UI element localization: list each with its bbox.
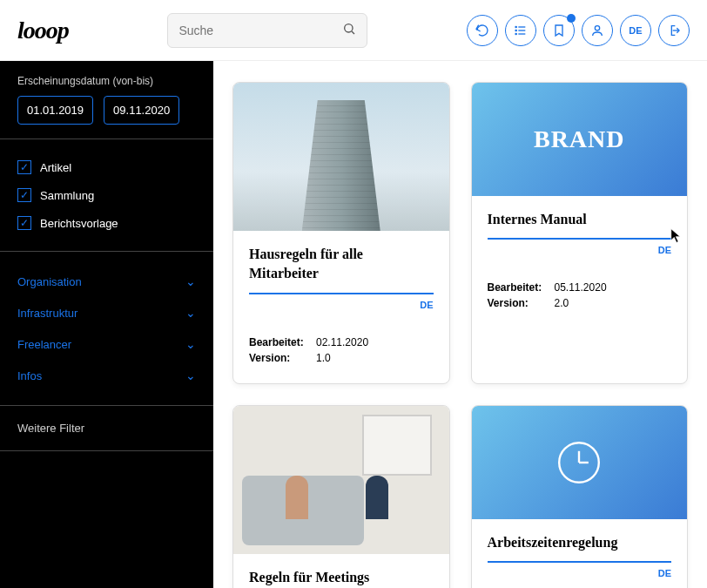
checkbox-berichtsvorlage[interactable]: ✓ Berichtsvorlage (17, 209, 196, 237)
meta-version-label: Version: (488, 297, 544, 309)
card-regeln-meetings[interactable]: Regeln für Meetings (232, 405, 450, 588)
list-button[interactable] (505, 15, 536, 46)
card-image (233, 83, 449, 231)
date-filter-section: Erscheinungsdatum (von-bis) 01.01.2019 0… (0, 61, 213, 139)
meta-edited-label: Bearbeitet: (488, 281, 544, 294)
category-filter-section: Organisation ⌄ Infrastruktur ⌄ Freelance… (0, 252, 213, 406)
sidebar: Erscheinungsdatum (von-bis) 01.01.2019 0… (0, 61, 213, 588)
checkbox-label: Sammlung (40, 189, 94, 202)
chevron-down-icon: ⌄ (185, 337, 196, 351)
search-icon (342, 22, 356, 39)
card-internes-manual[interactable]: BRAND Internes Manual DE Bearbeitet: 05.… (471, 82, 689, 384)
card-title: Internes Manual (488, 210, 672, 229)
category-label: Freelancer (17, 338, 71, 351)
date-from-input[interactable]: 01.01.2019 (17, 96, 93, 125)
check-icon: ✓ (17, 188, 31, 202)
content-area: Hausregeln für alle Mitarbeiter DE Bearb… (213, 61, 707, 588)
meta-version-label: Version: (249, 352, 306, 364)
checkbox-label: Artikel (40, 161, 71, 174)
svg-point-6 (515, 30, 516, 30)
svg-point-7 (515, 33, 516, 34)
card-meta: Bearbeitet: 02.11.2020 Version: 1.0 (233, 324, 449, 383)
language-button[interactable]: DE (620, 15, 651, 46)
checkbox-label: Berichtsvorlage (40, 217, 118, 230)
card-title: Arbeitszeitenregelung (488, 533, 672, 552)
svg-point-5 (515, 26, 516, 27)
checkbox-artikel[interactable]: ✓ Artikel (17, 153, 196, 181)
svg-point-0 (345, 24, 353, 31)
category-infrastruktur[interactable]: Infrastruktur ⌄ (17, 297, 196, 328)
profile-button[interactable] (582, 15, 613, 46)
card-lang: DE (488, 568, 672, 578)
clock-icon (553, 436, 605, 489)
header: looop DE (0, 0, 707, 61)
card-image (233, 406, 449, 554)
search-wrap (86, 13, 449, 48)
check-icon: ✓ (17, 216, 31, 230)
meta-version-value: 2.0 (555, 297, 569, 309)
category-label: Infos (17, 369, 42, 382)
card-arbeitszeitenregelung[interactable]: Arbeitszeitenregelung DE Bearbeitet: 29.… (471, 405, 689, 588)
date-to-input[interactable]: 09.11.2020 (104, 96, 179, 125)
card-hausregeln[interactable]: Hausregeln für alle Mitarbeiter DE Bearb… (232, 82, 450, 384)
category-infos[interactable]: Infos ⌄ (17, 360, 196, 391)
logo: looop (17, 17, 69, 44)
card-image-clock (472, 406, 688, 519)
meta-version-value: 1.0 (316, 352, 331, 364)
svg-point-8 (595, 25, 599, 30)
meta-edited-value: 05.11.2020 (555, 281, 607, 294)
more-filters[interactable]: Weitere Filter (0, 406, 213, 451)
date-filter-label: Erscheinungsdatum (von-bis) (17, 75, 196, 87)
category-label: Infrastruktur (17, 307, 77, 320)
check-icon: ✓ (17, 160, 31, 174)
card-lang: DE (488, 245, 672, 255)
svg-line-1 (352, 31, 354, 34)
meta-edited-value: 02.11.2020 (316, 336, 368, 348)
category-organisation[interactable]: Organisation ⌄ (17, 266, 196, 297)
bookmark-button[interactable] (543, 15, 575, 46)
title-underline (488, 238, 672, 240)
logout-button[interactable] (658, 15, 690, 46)
card-meta: Bearbeitet: 05.11.2020 Version: 2.0 (472, 269, 688, 328)
card-title: Regeln für Meetings (249, 568, 434, 587)
chevron-down-icon: ⌄ (185, 368, 196, 382)
notification-dot-icon (567, 14, 576, 23)
meta-edited-label: Bearbeitet: (249, 336, 306, 348)
type-filter-section: ✓ Artikel ✓ Sammlung ✓ Berichtsvorlage (0, 139, 213, 252)
title-underline (249, 293, 434, 294)
card-title: Hausregeln für alle Mitarbeiter (249, 245, 434, 284)
search-box[interactable] (167, 13, 367, 48)
checkbox-sammlung[interactable]: ✓ Sammlung (17, 181, 196, 209)
chevron-down-icon: ⌄ (185, 306, 196, 320)
brand-text: BRAND (534, 125, 625, 153)
chevron-down-icon: ⌄ (185, 274, 196, 288)
title-underline (488, 561, 672, 563)
card-image-brand: BRAND (472, 83, 688, 196)
search-input[interactable] (178, 24, 342, 37)
category-freelancer[interactable]: Freelancer ⌄ (17, 328, 196, 360)
header-actions: DE (467, 15, 690, 46)
category-label: Organisation (17, 275, 82, 288)
card-lang: DE (249, 300, 434, 310)
refresh-button[interactable] (467, 15, 498, 46)
